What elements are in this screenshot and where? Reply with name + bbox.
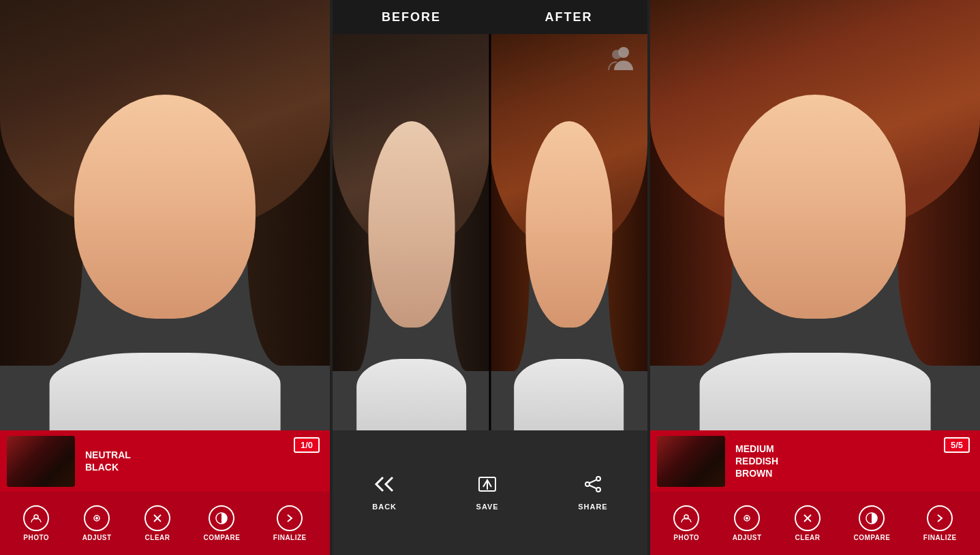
before-photo bbox=[333, 34, 490, 430]
before-after-bar: BEFORE AFTER bbox=[333, 0, 647, 34]
svg-point-12 bbox=[596, 488, 600, 492]
svg-point-7 bbox=[612, 50, 622, 59]
right-adjust-label: ADJUST bbox=[733, 534, 762, 541]
right-face bbox=[650, 0, 980, 430]
back-icon bbox=[373, 475, 395, 498]
adjust-icon bbox=[84, 505, 110, 531]
right-finalize-label: FINALIZE bbox=[923, 534, 957, 541]
right-clear-button[interactable]: CLEAR bbox=[795, 505, 821, 541]
right-finalize-icon bbox=[927, 505, 953, 531]
share-label: SHARE bbox=[578, 503, 608, 511]
left-photo-area bbox=[0, 0, 330, 430]
share-icon bbox=[582, 475, 604, 498]
center-panel: BEFORE AFTER bbox=[330, 0, 650, 555]
svg-point-11 bbox=[585, 482, 589, 486]
right-clear-icon bbox=[795, 505, 821, 531]
left-panel: NEUTRAL BLACK 1/0 PHOTO bbox=[0, 0, 330, 555]
left-finalize-button[interactable]: FINALIZE bbox=[273, 505, 307, 541]
before-label: BEFORE bbox=[333, 10, 490, 25]
center-photo-area bbox=[333, 34, 647, 430]
left-adjust-button[interactable]: ADJUST bbox=[82, 505, 112, 541]
left-adjust-label: ADJUST bbox=[82, 534, 112, 541]
right-color-label: MEDIUM REDDISH BROWN bbox=[725, 443, 973, 480]
right-color-badge: 5/5 bbox=[944, 437, 970, 453]
right-finalize-button[interactable]: FINALIZE bbox=[923, 505, 957, 541]
right-adjust-button[interactable]: ADJUST bbox=[733, 505, 762, 541]
save-icon bbox=[476, 475, 498, 498]
right-compare-button[interactable]: COMPARE bbox=[853, 505, 890, 541]
person-icon bbox=[603, 44, 637, 76]
left-compare-label: COMPARE bbox=[203, 534, 240, 541]
right-compare-label: COMPARE bbox=[853, 534, 890, 541]
svg-point-10 bbox=[596, 477, 600, 481]
right-photo-label: PHOTO bbox=[673, 534, 699, 541]
svg-point-2 bbox=[95, 517, 98, 520]
finalize-icon bbox=[277, 505, 303, 531]
save-button[interactable]: SAVE bbox=[476, 475, 499, 511]
right-photo-icon bbox=[673, 505, 699, 531]
right-color-swatch bbox=[657, 436, 725, 487]
after-photo bbox=[490, 34, 647, 430]
after-label: AFTER bbox=[490, 10, 647, 25]
right-clear-label: CLEAR bbox=[795, 534, 821, 541]
svg-point-17 bbox=[746, 517, 748, 520]
photo-icon bbox=[23, 505, 49, 531]
right-color-name: MEDIUM REDDISH BROWN bbox=[735, 443, 973, 480]
right-adjust-icon bbox=[734, 505, 760, 531]
left-color-badge: 1/0 bbox=[294, 437, 320, 453]
left-color-swatch bbox=[7, 436, 75, 487]
clear-icon bbox=[144, 505, 170, 531]
left-face bbox=[0, 0, 330, 430]
right-photo-area bbox=[650, 0, 980, 430]
left-photo-label: PHOTO bbox=[23, 534, 49, 541]
left-color-strip: NEUTRAL BLACK 1/0 bbox=[0, 430, 330, 492]
split-divider bbox=[489, 34, 491, 430]
right-panel: MEDIUM REDDISH BROWN 5/5 PHOTO bbox=[650, 0, 980, 555]
svg-line-13 bbox=[589, 480, 596, 483]
left-toolbar: PHOTO ADJUST CLEAR bbox=[0, 492, 330, 555]
center-toolbar: BACK SAVE SHARE bbox=[333, 430, 647, 555]
left-color-label: NEUTRAL BLACK bbox=[75, 449, 323, 473]
save-label: SAVE bbox=[476, 503, 499, 511]
right-photo-button[interactable]: PHOTO bbox=[673, 505, 699, 541]
right-toolbar: PHOTO ADJUST CLEAR bbox=[650, 492, 980, 555]
share-button[interactable]: SHARE bbox=[578, 475, 608, 511]
right-bottom-bar: MEDIUM REDDISH BROWN 5/5 PHOTO bbox=[650, 430, 980, 555]
compare-icon bbox=[209, 505, 234, 531]
right-compare-icon bbox=[859, 505, 885, 531]
back-label: BACK bbox=[372, 503, 397, 511]
left-finalize-label: FINALIZE bbox=[273, 534, 307, 541]
left-bottom-bar: NEUTRAL BLACK 1/0 PHOTO bbox=[0, 430, 330, 555]
left-compare-button[interactable]: COMPARE bbox=[203, 505, 240, 541]
right-color-strip: MEDIUM REDDISH BROWN 5/5 bbox=[650, 430, 980, 492]
left-clear-label: CLEAR bbox=[145, 534, 170, 541]
left-color-name: NEUTRAL BLACK bbox=[85, 449, 323, 473]
left-clear-button[interactable]: CLEAR bbox=[144, 505, 170, 541]
back-button[interactable]: BACK bbox=[372, 475, 397, 511]
center-before-face bbox=[333, 34, 490, 430]
left-photo-button[interactable]: PHOTO bbox=[23, 505, 49, 541]
center-after-face bbox=[490, 34, 647, 430]
svg-line-14 bbox=[589, 486, 596, 489]
